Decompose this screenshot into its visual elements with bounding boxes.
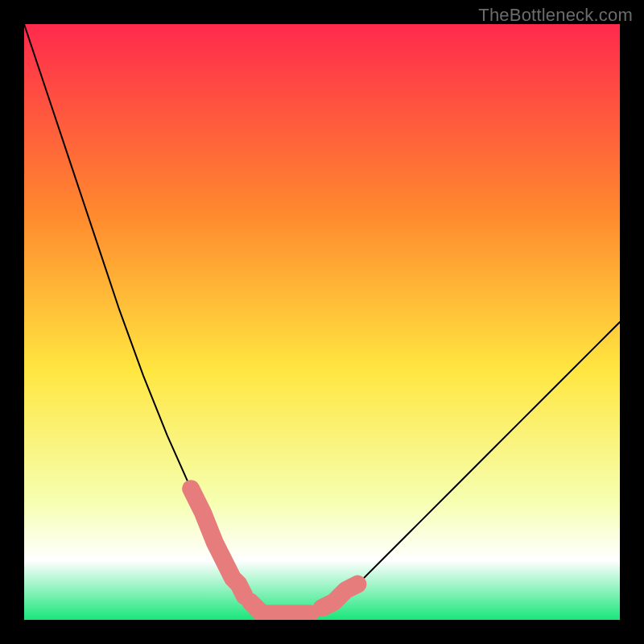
watermark-text: TheBottleneck.com <box>478 5 633 26</box>
gradient-background <box>24 24 620 620</box>
plot-svg <box>24 24 620 620</box>
chart-stage: TheBottleneck.com <box>0 0 644 644</box>
plot-area <box>24 24 620 620</box>
